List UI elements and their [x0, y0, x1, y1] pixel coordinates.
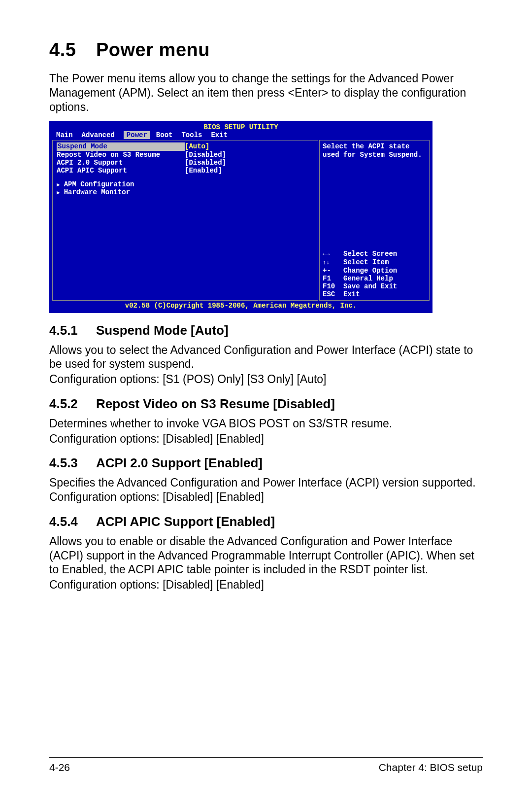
- key-row: F1General Help: [323, 275, 426, 282]
- key-label: F10: [323, 282, 343, 290]
- bios-title: BIOS SETUP UTILITY: [51, 123, 431, 131]
- bios-submenu-apm[interactable]: APM Configuration: [57, 180, 314, 188]
- section-number: 4.5: [49, 39, 96, 61]
- subsection-title: Repost Video on S3 Resume [Disabled]: [96, 396, 335, 411]
- subsection-number: 4.5.2: [49, 396, 96, 412]
- bios-tab-power[interactable]: Power: [124, 131, 150, 139]
- key-row: Select Item: [323, 258, 426, 267]
- bios-item-label: ACPI APIC Support: [57, 167, 185, 174]
- bios-item-value: [Auto]: [185, 142, 209, 150]
- bios-tab-advanced[interactable]: Advanced: [82, 131, 124, 139]
- bios-item-value: [Disabled]: [185, 159, 226, 167]
- bios-tab-tools[interactable]: Tools: [181, 131, 211, 139]
- subsection-heading: 4.5.2Repost Video on S3 Resume [Disabled…: [49, 396, 483, 412]
- arrow-ud-icon: [323, 258, 343, 267]
- bios-body: Suspend Mode [Auto] Repost Video on S3 R…: [51, 140, 431, 302]
- page-footer: 4-26 Chapter 4: BIOS setup: [49, 757, 483, 773]
- subsection-title: Suspend Mode [Auto]: [96, 323, 229, 338]
- key-row: F10Save and Exit: [323, 282, 426, 290]
- bios-tabs: Main Advanced Power Boot Tools Exit: [51, 131, 431, 140]
- bios-item-label: Suspend Mode: [57, 142, 185, 150]
- subsection-title: ACPI 2.0 Support [Enabled]: [96, 455, 263, 470]
- bios-item-suspend-mode[interactable]: Suspend Mode [Auto]: [57, 142, 314, 150]
- bios-item-value: [Enabled]: [185, 167, 222, 174]
- subsection-body: Determines whether to invoke VGA BIOS PO…: [49, 417, 483, 431]
- subsection-heading: 4.5.1Suspend Mode [Auto]: [49, 323, 483, 338]
- section-heading: 4.5Power menu: [49, 39, 483, 61]
- key-label: F1: [323, 275, 343, 282]
- subsection-heading: 4.5.4ACPI APIC Support [Enabled]: [49, 514, 483, 529]
- bios-item-acpi-20[interactable]: ACPI 2.0 Support [Disabled]: [57, 159, 314, 167]
- key-label: +-: [323, 267, 343, 275]
- section-title: Power menu: [96, 39, 210, 60]
- bios-item-label: Repost Video on S3 Resume: [57, 151, 185, 159]
- bios-item-value: [Disabled]: [185, 151, 226, 159]
- bios-right-pane: Select the ACPI state used for System Su…: [319, 140, 430, 301]
- key-row: ESCExit: [323, 290, 426, 298]
- bios-submenu-hwmonitor[interactable]: Hardware Monitor: [57, 188, 314, 196]
- subsection-body: Allows you to select the Advanced Config…: [49, 343, 483, 372]
- key-label: ESC: [323, 290, 343, 298]
- key-row: +-Change Option: [323, 267, 426, 275]
- bios-tab-exit[interactable]: Exit: [211, 131, 236, 139]
- subsection-heading: 4.5.3ACPI 2.0 Support [Enabled]: [49, 455, 483, 471]
- subsection-title: ACPI APIC Support [Enabled]: [96, 514, 275, 529]
- bios-help-text: Select the ACPI state used for System Su…: [323, 142, 426, 158]
- bios-item-label: ACPI 2.0 Support: [57, 159, 185, 167]
- bios-item-repost-video[interactable]: Repost Video on S3 Resume [Disabled]: [57, 151, 314, 159]
- bios-left-pane: Suspend Mode [Auto] Repost Video on S3 R…: [52, 140, 318, 301]
- arrow-lr-icon: [323, 250, 343, 258]
- subsection-number: 4.5.1: [49, 323, 96, 338]
- page-number: 4-26: [49, 762, 70, 773]
- bios-footer: v02.58 (C)Copyright 1985-2006, American …: [51, 302, 431, 311]
- bios-help-keys: Select Screen Select Item +-Change Optio…: [323, 250, 426, 298]
- chapter-label: Chapter 4: BIOS setup: [379, 762, 483, 773]
- subsection-body: Specifies the Advanced Configuration and…: [49, 476, 483, 504]
- bios-submenus: APM Configuration Hardware Monitor: [57, 180, 314, 196]
- subsection-number: 4.5.3: [49, 455, 96, 471]
- subsection-body: Configuration options: [S1 (POS) Only] […: [49, 372, 483, 386]
- subsection-body: Configuration options: [Disabled] [Enabl…: [49, 578, 483, 592]
- section-intro: The Power menu items allow you to change…: [49, 71, 483, 114]
- bios-tab-main[interactable]: Main: [56, 131, 82, 139]
- subsection-number: 4.5.4: [49, 514, 96, 529]
- key-row: Select Screen: [323, 250, 426, 258]
- subsection-body: Configuration options: [Disabled] [Enabl…: [49, 432, 483, 446]
- bios-tab-boot[interactable]: Boot: [156, 131, 182, 139]
- document-page: 4.5Power menu The Power menu items allow…: [0, 0, 532, 802]
- bios-screenshot: BIOS SETUP UTILITY Main Advanced Power B…: [49, 121, 432, 313]
- subsection-body: Allows you to enable or disable the Adva…: [49, 534, 483, 577]
- bios-item-acpi-apic[interactable]: ACPI APIC Support [Enabled]: [57, 167, 314, 174]
